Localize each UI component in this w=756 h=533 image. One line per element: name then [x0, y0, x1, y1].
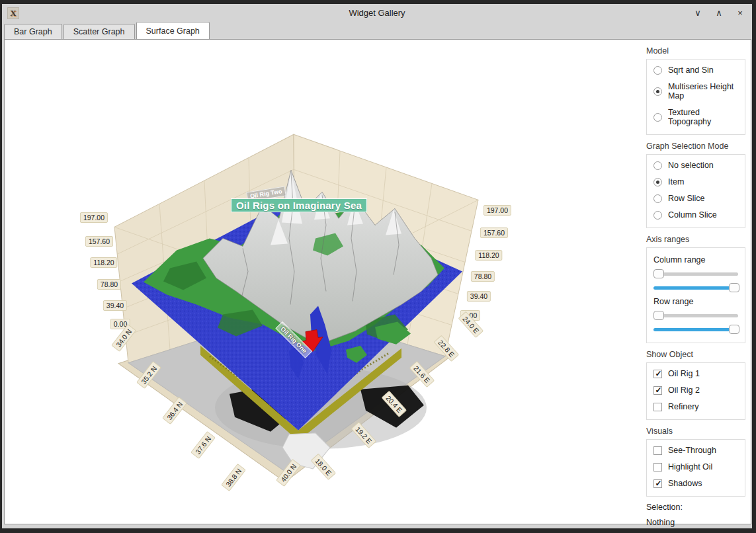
tab-bar-graph[interactable]: Bar Graph	[4, 24, 62, 39]
radio-column-slice[interactable]: Column Slice	[653, 210, 739, 220]
z-axis-tick-left: 39.40	[103, 300, 127, 311]
row-range-min-slider[interactable]	[653, 311, 738, 320]
z-axis-tick-left: 157.60	[85, 236, 113, 247]
tab-scatter-graph[interactable]: Scatter Graph	[63, 24, 135, 39]
checkbox-refinery[interactable]: Refinery	[653, 402, 739, 411]
model-group: Sqrt and Sin Multiseries Height Map Text…	[646, 59, 745, 135]
radio-icon[interactable]	[653, 87, 662, 96]
z-axis-tick-left: 197.00	[80, 212, 108, 223]
z-axis-tick-left: 78.80	[97, 279, 121, 290]
minimize-button[interactable]: ∨	[693, 8, 703, 18]
close-button[interactable]: ×	[735, 8, 745, 18]
application-window: X Widget Gallery ∨ ∧ × Bar Graph Scatter…	[2, 4, 752, 528]
checkbox-icon[interactable]	[653, 446, 662, 455]
radio-label: Item	[668, 177, 684, 186]
axis-ranges-section-label: Axis ranges	[646, 235, 751, 244]
maximize-button[interactable]: ∧	[714, 8, 724, 18]
radio-label: Sqrt and Sin	[668, 65, 714, 75]
checkbox-see-through[interactable]: See-Through	[653, 446, 739, 455]
radio-label: Row Slice	[668, 194, 705, 203]
column-range-label: Column range	[653, 255, 739, 265]
radio-item[interactable]: Item	[653, 177, 739, 186]
checkbox-icon[interactable]	[653, 370, 662, 378]
slider-track[interactable]	[653, 286, 738, 290]
slider-handle[interactable]	[653, 269, 664, 278]
radio-sqrt-and-sin[interactable]: Sqrt and Sin	[653, 65, 739, 75]
checkbox-label: Oil Rig 2	[668, 386, 700, 395]
z-axis-tick-right: 197.00	[483, 205, 511, 216]
radio-icon[interactable]	[653, 66, 662, 75]
checkbox-oil-rig-2[interactable]: Oil Rig 2	[653, 386, 739, 395]
radio-label: No selection	[668, 161, 714, 170]
checkbox-oil-rig-1[interactable]: Oil Rig 1	[653, 369, 739, 378]
selection-value: Nothing	[646, 518, 751, 527]
checkbox-highlight-oil[interactable]: Highlight Oil	[653, 462, 739, 472]
model-section-label: Model	[646, 46, 751, 56]
radio-label: Textured Topography	[668, 108, 739, 126]
settings-panel: Model Sqrt and Sin Multiseries Height Ma…	[637, 40, 751, 524]
column-range-max-slider[interactable]	[653, 283, 738, 292]
selection-mode-group: No selection Item Row Slice Column Slice	[646, 154, 745, 228]
tab-bar: Bar Graph Scatter Graph Surface Graph	[4, 22, 752, 39]
surface-plot-3d[interactable]: Oil Rig Two Oil Rigs on Imaginary Sea Oi…	[5, 40, 637, 524]
z-axis-tick-right: 157.60	[480, 227, 508, 238]
radio-icon[interactable]	[653, 113, 662, 122]
radio-icon[interactable]	[653, 161, 662, 170]
checkbox-icon[interactable]	[653, 479, 662, 488]
row-range-max-slider[interactable]	[653, 325, 738, 334]
radio-icon[interactable]	[653, 178, 662, 186]
window-title: Widget Gallery	[2, 8, 752, 18]
axis-ranges-group: Column range Row range	[646, 247, 745, 343]
radio-row-slice[interactable]: Row Slice	[653, 194, 739, 203]
radio-multiseries-height-map[interactable]: Multiseries Height Map	[653, 82, 739, 101]
checkbox-label: See-Through	[668, 446, 716, 455]
radio-icon[interactable]	[653, 194, 662, 203]
slider-handle[interactable]	[653, 311, 664, 320]
checkbox-label: Refinery	[668, 402, 699, 411]
selection-label: Selection:	[646, 503, 751, 512]
slider-track[interactable]	[653, 314, 738, 317]
slider-handle[interactable]	[729, 283, 739, 292]
slider-track[interactable]	[653, 272, 738, 276]
surface-graph-page: Oil Rig Two Oil Rigs on Imaginary Sea Oi…	[4, 39, 751, 524]
checkbox-icon[interactable]	[653, 403, 662, 411]
z-axis-tick-left: 118.20	[90, 257, 117, 268]
checkbox-icon[interactable]	[653, 463, 662, 472]
titlebar[interactable]: X Widget Gallery ∨ ∧ ×	[2, 4, 752, 22]
chart-title: Oil Rigs on Imaginary Sea	[231, 198, 367, 212]
checkbox-shadows[interactable]: Shadows	[653, 479, 739, 488]
z-axis-tick-right: 78.80	[471, 271, 495, 282]
show-object-group: Oil Rig 1 Oil Rig 2 Refinery	[646, 362, 745, 420]
visuals-section-label: Visuals	[646, 427, 751, 436]
slider-handle[interactable]	[729, 325, 739, 334]
selection-mode-section-label: Graph Selection Mode	[646, 142, 751, 151]
z-axis-tick-right: 39.40	[467, 291, 491, 302]
checkbox-icon[interactable]	[653, 386, 662, 395]
radio-label: Column Slice	[668, 210, 717, 220]
show-object-section-label: Show Object	[646, 350, 751, 359]
radio-icon[interactable]	[653, 211, 662, 220]
checkbox-label: Shadows	[668, 479, 702, 488]
slider-track[interactable]	[653, 328, 738, 331]
z-axis-tick-right: 118.20	[475, 250, 502, 261]
radio-no-selection[interactable]: No selection	[653, 161, 739, 170]
row-range-label: Row range	[653, 297, 739, 306]
checkbox-label: Oil Rig 1	[668, 369, 700, 378]
visuals-group: See-Through Highlight Oil Shadows	[646, 439, 745, 497]
checkbox-label: Highlight Oil	[668, 462, 712, 472]
radio-textured-topography[interactable]: Textured Topography	[653, 108, 739, 126]
column-range-min-slider[interactable]	[653, 269, 738, 278]
tab-surface-graph[interactable]: Surface Graph	[136, 22, 210, 39]
radio-label: Multiseries Height Map	[668, 82, 739, 101]
